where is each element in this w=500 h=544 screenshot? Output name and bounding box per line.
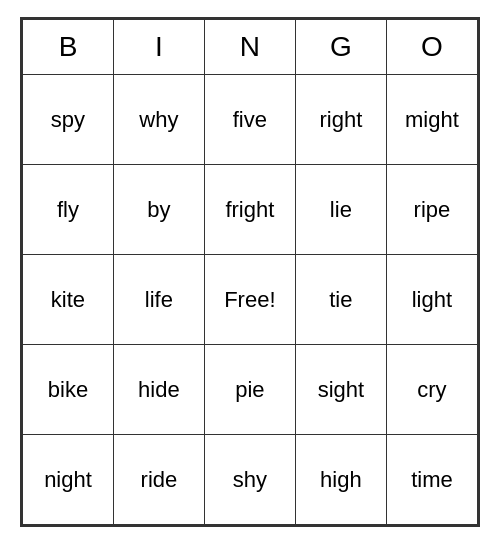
cell-r0-c1: why bbox=[113, 75, 204, 165]
cell-r2-c3: tie bbox=[295, 255, 386, 345]
header-o: O bbox=[386, 20, 477, 75]
cell-r0-c0: spy bbox=[23, 75, 114, 165]
header-b: B bbox=[23, 20, 114, 75]
cell-r1-c0: fly bbox=[23, 165, 114, 255]
table-row: flybyfrightlieripe bbox=[23, 165, 478, 255]
cell-r2-c2: Free! bbox=[204, 255, 295, 345]
cell-r1-c2: fright bbox=[204, 165, 295, 255]
cell-r0-c4: might bbox=[386, 75, 477, 165]
cell-r4-c1: ride bbox=[113, 435, 204, 525]
cell-r2-c4: light bbox=[386, 255, 477, 345]
cell-r4-c3: high bbox=[295, 435, 386, 525]
header-n: N bbox=[204, 20, 295, 75]
cell-r4-c4: time bbox=[386, 435, 477, 525]
header-row: B I N G O bbox=[23, 20, 478, 75]
bingo-card: B I N G O spywhyfiverightmightflybyfrigh… bbox=[20, 17, 480, 527]
cell-r1-c3: lie bbox=[295, 165, 386, 255]
cell-r1-c4: ripe bbox=[386, 165, 477, 255]
cell-r4-c0: night bbox=[23, 435, 114, 525]
header-i: I bbox=[113, 20, 204, 75]
cell-r0-c2: five bbox=[204, 75, 295, 165]
cell-r2-c1: life bbox=[113, 255, 204, 345]
cell-r0-c3: right bbox=[295, 75, 386, 165]
cell-r3-c0: bike bbox=[23, 345, 114, 435]
cell-r4-c2: shy bbox=[204, 435, 295, 525]
header-g: G bbox=[295, 20, 386, 75]
cell-r2-c0: kite bbox=[23, 255, 114, 345]
table-row: nightrideshyhightime bbox=[23, 435, 478, 525]
table-row: kitelifeFree!tielight bbox=[23, 255, 478, 345]
cell-r1-c1: by bbox=[113, 165, 204, 255]
table-row: spywhyfiverightmight bbox=[23, 75, 478, 165]
cell-r3-c2: pie bbox=[204, 345, 295, 435]
table-row: bikehidepiesightcry bbox=[23, 345, 478, 435]
cell-r3-c4: cry bbox=[386, 345, 477, 435]
cell-r3-c3: sight bbox=[295, 345, 386, 435]
bingo-table: B I N G O spywhyfiverightmightflybyfrigh… bbox=[22, 19, 478, 525]
cell-r3-c1: hide bbox=[113, 345, 204, 435]
